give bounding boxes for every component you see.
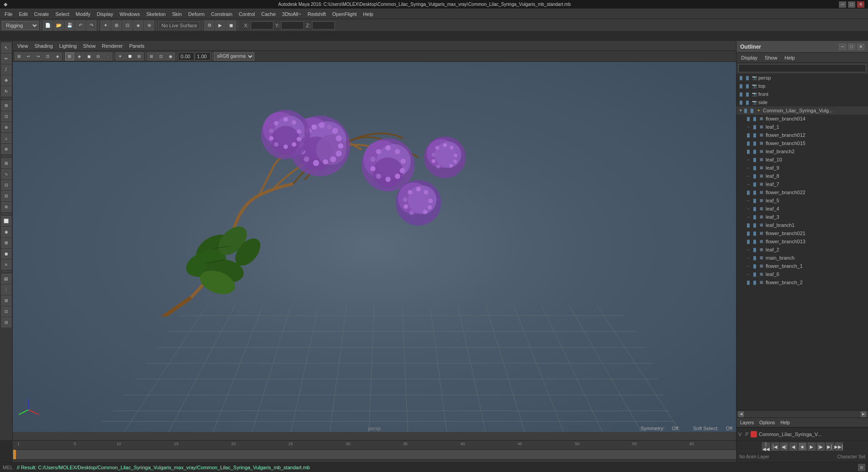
color-btn-fb022[interactable]: ▓	[752, 190, 757, 195]
color-btn-lb1[interactable]: ▓	[752, 222, 757, 228]
tree-item-fbr2[interactable]: ▓ ▓ ⊞ flower_branch_2	[737, 278, 868, 286]
color-btn-leaf6[interactable]: ▓	[752, 271, 757, 277]
vp-next-view[interactable]: ↪	[34, 52, 43, 60]
viewport-menu-view[interactable]: View	[15, 42, 31, 50]
tool-settings-left[interactable]: ◼	[1, 249, 11, 259]
color-btn-fb021[interactable]: ▓	[752, 231, 757, 236]
minimize-button[interactable]: ─	[839, 1, 846, 8]
tree-item-fb013[interactable]: ▓ ▓ ⊞ flower_branch013	[737, 237, 868, 246]
tree-item-fb022[interactable]: ▓ ▓ ⊞ flower_branch022	[737, 188, 868, 196]
color-btn-lb2[interactable]: ▓	[752, 149, 757, 154]
tree-item-leaf8[interactable]: ─ ▓ ⊞ leaf_8	[737, 172, 868, 180]
menu-redshift[interactable]: Redshift	[305, 10, 328, 18]
select-by-component-button[interactable]: ◈	[133, 20, 143, 30]
tree-item-leaf10[interactable]: ─ ▓ ⊞ leaf_10	[737, 156, 868, 164]
color-btn-front[interactable]: ▓	[745, 91, 750, 97]
layer-p-indicator[interactable]: P	[745, 432, 748, 437]
silhouette-left[interactable]: ◉	[1, 227, 11, 237]
ipr-button[interactable]: ◼	[226, 20, 236, 30]
namespace-editor-left[interactable]: ⊟	[1, 317, 11, 327]
no-live-surface-indicator[interactable]: No Live Surface	[158, 21, 200, 30]
vp-cameras[interactable]: ⊡	[156, 52, 166, 60]
color-btn-persp[interactable]: ▓	[745, 75, 750, 80]
vp-previous-view[interactable]: ↩	[24, 52, 33, 60]
color-btn-top[interactable]: ▓	[745, 83, 750, 89]
color-btn-fb015[interactable]: ▓	[752, 141, 757, 146]
color-btn-leaf10[interactable]: ▓	[752, 157, 757, 162]
vis-btn-main-branch[interactable]: ─	[746, 255, 751, 261]
vis-btn-fb012[interactable]: ▓	[746, 132, 751, 138]
color-btn-leaf2[interactable]: ▓	[752, 247, 757, 252]
scale-tool-left[interactable]: ⊞	[1, 100, 11, 110]
vis-btn-leaf9[interactable]: ─	[746, 165, 751, 171]
time-ruler[interactable]: 1 5 10 15 20 25 30 35 40 45 50 55 60	[13, 441, 736, 450]
render-region-left[interactable]: ⬜	[1, 216, 11, 226]
render-button[interactable]: ▶	[215, 20, 225, 30]
vis-btn-fb014[interactable]: ▓	[746, 116, 751, 121]
vp-grid[interactable]: ⊞	[147, 52, 156, 60]
color-btn-side[interactable]: ▓	[745, 100, 750, 105]
vp-textures[interactable]: ⊞	[135, 52, 144, 60]
vis-btn-common-lilac[interactable]: ▓	[743, 108, 748, 113]
outliner-menu-help[interactable]: Help	[782, 54, 798, 61]
vp-frame-sel[interactable]: ◈	[53, 52, 62, 60]
tree-item-leaf-branch2[interactable]: ▓ ▓ ⊞ leaf_branch2	[737, 147, 868, 156]
layers-menu-help[interactable]: Help	[778, 420, 792, 426]
color-btn-leaf8[interactable]: ▓	[752, 173, 757, 179]
vis-btn-leaf6[interactable]: ─	[746, 271, 751, 277]
connection-editor-left[interactable]: ⋮	[1, 285, 11, 295]
vis-btn-persp[interactable]: ▓	[738, 75, 744, 80]
menu-display[interactable]: Display	[94, 10, 116, 18]
paint-select-button[interactable]: ⊡	[122, 20, 132, 30]
vis-btn-lb2[interactable]: ▓	[746, 149, 751, 154]
script-editor-button[interactable]: ⊞	[858, 464, 865, 471]
z-input[interactable]	[312, 21, 335, 30]
menu-modify[interactable]: Modify	[73, 10, 93, 18]
outliner-minimize-button[interactable]: ─	[839, 44, 846, 50]
tree-item-lb1[interactable]: ▓ ▓ ⊞ leaf_branch1	[737, 221, 868, 229]
vis-btn-fbr1[interactable]: ─	[746, 263, 751, 269]
menu-create[interactable]: Create	[31, 10, 52, 18]
vis-btn-fb015[interactable]: ▓	[746, 141, 751, 146]
vis-btn-leaf4[interactable]: ─	[746, 206, 751, 211]
menu-windows[interactable]: Windows	[117, 10, 143, 18]
vp-frame-all[interactable]: ⊡	[43, 52, 52, 60]
outliner-close-button[interactable]: ✕	[857, 44, 864, 50]
tree-item-leaf3[interactable]: ─ ▓ ⊞ leaf_3	[737, 213, 868, 221]
vis-btn-top[interactable]: ▓	[738, 83, 744, 89]
color-btn-common-lilac[interactable]: ▓	[749, 108, 755, 113]
tree-item-flower-branch014[interactable]: ▓ ▓ ⊞ flower_branch014	[737, 115, 868, 123]
color-btn-leaf9[interactable]: ▓	[752, 165, 757, 171]
vis-btn-leaf1[interactable]: ─	[746, 124, 751, 130]
3d-scene-viewport[interactable]: X Y Z persp Symmetry: Off Soft Select: O…	[13, 62, 736, 432]
time-track[interactable]	[13, 450, 736, 460]
viewport-menu-renderer[interactable]: Renderer	[99, 42, 126, 50]
go-end-button[interactable]: ▶▶|	[835, 442, 843, 451]
stop-button[interactable]: ■	[798, 442, 807, 451]
vis-btn-fbr2[interactable]: ▓	[746, 280, 751, 285]
tree-item-persp[interactable]: ▓ ▓ 📷 persp	[737, 74, 868, 82]
vis-btn-leaf2[interactable]: ─	[746, 247, 751, 252]
y-input[interactable]	[281, 21, 304, 30]
vp-shadows[interactable]: 🔲	[125, 52, 134, 60]
color-btn-main-branch[interactable]: ▓	[752, 255, 757, 261]
tree-item-fb015[interactable]: ▓ ▓ ⊞ flower_branch015	[737, 139, 868, 147]
menu-edit[interactable]: Edit	[16, 10, 30, 18]
tree-item-leaf5[interactable]: ─ ▓ ⊞ leaf_5	[737, 196, 868, 205]
layers-menu-options[interactable]: Options	[757, 420, 777, 426]
prev-keyframe-button[interactable]: ◀|	[780, 442, 788, 451]
show-manip-left[interactable]: ⊕	[1, 144, 11, 154]
tree-item-main-branch[interactable]: ─ ▓ ⊞ main_branch	[737, 254, 868, 262]
vp-lighting-mode[interactable]: ☀	[116, 52, 125, 60]
move-tool-left[interactable]: ✥	[1, 75, 11, 85]
menu-constrain[interactable]: Constrain	[208, 10, 235, 18]
select-tool-button[interactable]: ✦	[101, 20, 111, 30]
menu-skin[interactable]: Skin	[169, 10, 184, 18]
vp-wireframe[interactable]: ⊞	[65, 52, 74, 60]
soft-mod-left[interactable]: ⊗	[1, 122, 11, 132]
vis-btn-fb021[interactable]: ▓	[746, 231, 751, 236]
play-back-button[interactable]: ◀	[789, 442, 797, 451]
tree-item-leaf9[interactable]: ─ ▓ ⊞ leaf_9	[737, 164, 868, 172]
maximize-button[interactable]: □	[848, 1, 855, 8]
color-btn-leaf5[interactable]: ▓	[752, 198, 757, 203]
